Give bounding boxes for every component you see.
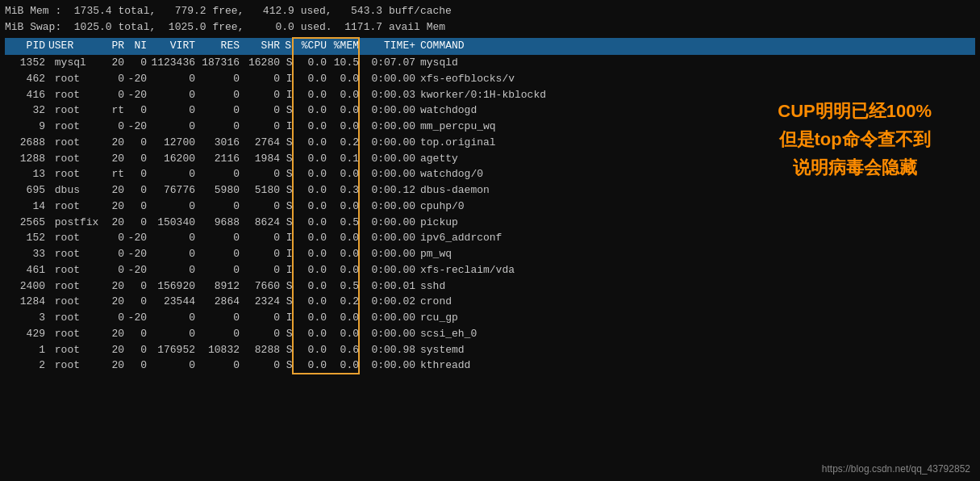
col-pr: 0 — [102, 310, 124, 326]
col-res: 3016 — [195, 135, 240, 151]
col-time: 0:00.03 — [359, 87, 417, 103]
header-res: RES — [195, 38, 240, 55]
col-pid: 32 — [5, 102, 45, 119]
col-pid: 9 — [5, 119, 45, 135]
col-ni: -20 — [124, 262, 147, 278]
col-pr: 0 — [102, 71, 124, 87]
col-res: 0 — [195, 119, 240, 135]
header-cmd: COMMAND — [417, 38, 975, 55]
col-ni: 0 — [124, 199, 147, 215]
col-res: 0 — [195, 246, 240, 262]
col-cpu: 0.0 — [293, 294, 327, 310]
col-pid: 695 — [5, 182, 45, 199]
col-cmd: rcu_gp — [417, 310, 975, 326]
col-ni: 0 — [124, 182, 147, 199]
col-mem: 0.0 — [327, 230, 359, 246]
col-cpu: 0.0 — [293, 326, 327, 342]
col-time: 0:00.00 — [359, 326, 417, 342]
col-cpu: 0.0 — [293, 102, 327, 119]
col-user: root — [45, 71, 102, 87]
col-cmd: sshd — [417, 278, 975, 295]
col-time: 0:00.00 — [359, 246, 417, 262]
col-pr: 20 — [102, 326, 124, 342]
col-cmd: ipv6_addrconf — [417, 230, 975, 246]
col-pr: 20 — [102, 342, 124, 358]
col-user: mysql — [45, 55, 102, 71]
col-cpu: 0.0 — [293, 166, 327, 182]
col-time: 0:00.01 — [359, 278, 417, 295]
col-ni: 0 — [124, 358, 147, 374]
col-virt: 16200 — [147, 151, 195, 167]
col-ni: 0 — [124, 326, 147, 342]
col-time: 0:00.00 — [359, 215, 417, 231]
col-user: root — [45, 166, 102, 182]
annotation-line3: 说明病毒会隐藏 — [778, 153, 932, 182]
col-pid: 461 — [5, 262, 45, 278]
col-cpu: 0.0 — [293, 135, 327, 151]
annotation-line1: CUP明明已经100% — [778, 97, 932, 125]
col-mem: 0.0 — [327, 87, 359, 103]
col-time: 0:00.02 — [359, 294, 417, 310]
table-row: 2565 postfix20 0 150340 9688 8624 S 0.0 … — [5, 215, 975, 231]
col-s: S — [280, 166, 293, 182]
col-pr: 20 — [102, 55, 124, 71]
col-s: I — [280, 71, 293, 87]
col-user: root — [45, 326, 102, 342]
col-cmd: crond — [417, 294, 975, 310]
col-mem: 0.6 — [327, 342, 359, 358]
annotation-overlay: CUP明明已经100% 但是top命令查不到 说明病毒会隐藏 — [778, 97, 932, 182]
col-mem: 0.5 — [327, 215, 359, 231]
col-virt: 0 — [147, 326, 195, 342]
col-s: I — [280, 119, 293, 135]
col-cpu: 0.0 — [293, 246, 327, 262]
col-shr: 0 — [240, 230, 280, 246]
header-shr: SHR — [240, 38, 280, 55]
col-cmd: pm_wq — [417, 246, 975, 262]
col-mem: 0.5 — [327, 278, 359, 295]
col-s: I — [280, 230, 293, 246]
col-cpu: 0.0 — [293, 310, 327, 326]
col-user: root — [45, 246, 102, 262]
col-pid: 1284 — [5, 294, 45, 310]
col-time: 0:00.00 — [359, 119, 417, 135]
col-cpu: 0.0 — [293, 278, 327, 295]
table-row: 2 root 20 0 0 0 0 S 0.0 0.0 0:00.00kthre… — [5, 358, 975, 374]
table-row: 152 root 0-20 0 0 0 I 0.0 0.0 0:00.00ipv… — [5, 230, 975, 246]
col-shr: 0 — [240, 119, 280, 135]
col-res: 8912 — [195, 278, 240, 295]
col-s: I — [280, 87, 293, 103]
col-shr: 2324 — [240, 294, 280, 310]
col-shr: 0 — [240, 199, 280, 215]
col-time: 0:00.00 — [359, 262, 417, 278]
col-pr: 20 — [102, 358, 124, 374]
col-pr: 0 — [102, 246, 124, 262]
col-s: S — [280, 358, 293, 374]
watermark: https://blog.csdn.net/qq_43792852 — [822, 463, 970, 475]
col-ni: -20 — [124, 246, 147, 262]
col-cpu: 0.0 — [293, 342, 327, 358]
table-row: 1352 mysql 20 0112343618731616280 S 0.0 … — [5, 55, 975, 71]
col-res: 0 — [195, 262, 240, 278]
col-pid: 13 — [5, 166, 45, 182]
col-time: 0:00.00 — [359, 310, 417, 326]
annotation-line2: 但是top命令查不到 — [778, 125, 932, 153]
col-shr: 0 — [240, 262, 280, 278]
table-row: 462 root 0-20 0 0 0 I 0.0 0.0 0:00.00xfs… — [5, 71, 975, 87]
col-pid: 416 — [5, 87, 45, 103]
col-user: root — [45, 278, 102, 295]
col-cpu: 0.0 — [293, 182, 327, 199]
col-cmd: dbus-daemon — [417, 182, 975, 199]
col-shr: 0 — [240, 71, 280, 87]
col-mem: 0.0 — [327, 119, 359, 135]
col-shr: 0 — [240, 358, 280, 374]
col-res: 9688 — [195, 215, 240, 231]
col-time: 0:00.98 — [359, 342, 417, 358]
col-mem: 0.2 — [327, 294, 359, 310]
col-mem: 0.0 — [327, 246, 359, 262]
col-user: root — [45, 262, 102, 278]
col-virt: 150340 — [147, 215, 195, 231]
table-row: 2400 root 20 0 156920 8912 7660 S 0.0 0.… — [5, 278, 975, 295]
col-user: root — [45, 102, 102, 119]
col-cpu: 0.0 — [293, 71, 327, 87]
col-cpu: 0.0 — [293, 262, 327, 278]
